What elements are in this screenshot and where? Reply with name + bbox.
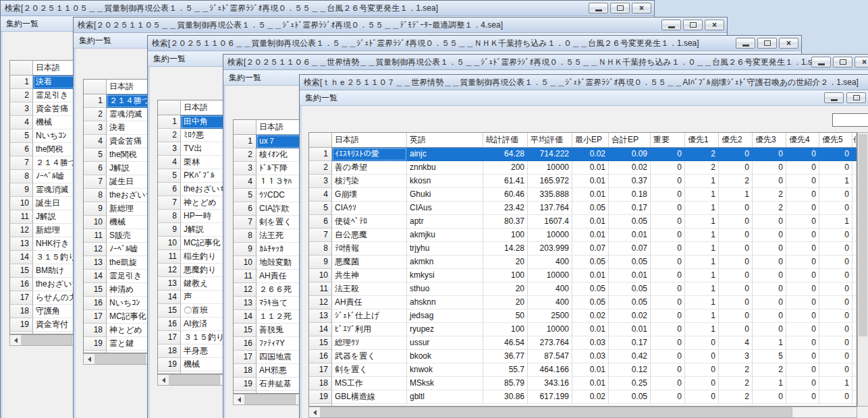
grid-cell[interactable]: 335.888 — [528, 188, 572, 202]
table-row[interactable]: 17剣を置くknwok55.7464.1660.010.12002200 — [309, 363, 857, 377]
list-row[interactable]: 19霊と鍵 — [84, 337, 154, 351]
grid-cell[interactable]: 武器を置く — [332, 350, 407, 363]
grid-cell[interactable]: ainjc — [407, 148, 483, 161]
close-button[interactable]: × — [855, 57, 868, 67]
scroll-thumb[interactable] — [245, 394, 296, 405]
row-number[interactable]: 13 — [10, 237, 33, 251]
row-number[interactable]: 14 — [309, 323, 332, 336]
grid-cell[interactable]: 0.05 — [572, 282, 609, 296]
row-number[interactable]: 14 — [158, 291, 181, 304]
row-number[interactable]: 3 — [84, 121, 107, 135]
list-row[interactable]: 8ﾉｰﾍﾞﾙ嘘 — [10, 170, 80, 183]
grid-cell[interactable]: 0 — [819, 390, 852, 404]
table-row[interactable]: 1ｲｴｽｷﾘｽﾄの愛ainjc64.28714.2220.020.0902000… — [309, 148, 857, 161]
minimize-button[interactable] — [811, 57, 831, 67]
grid-cell[interactable]: 0 — [786, 309, 819, 323]
grid-cell[interactable]: 0 — [753, 229, 786, 242]
grid-cell[interactable]: 0.05 — [609, 215, 651, 229]
grid-cell[interactable]: 0 — [651, 296, 685, 309]
grid-cell[interactable]: akmkn — [407, 256, 483, 269]
list-row[interactable]: 2霊足引き — [10, 89, 80, 102]
grid-cell[interactable]: 0 — [819, 242, 852, 256]
grid-cell[interactable]: 0 — [786, 188, 819, 202]
grid-cell[interactable]: Ghuki — [407, 188, 483, 202]
row-number[interactable]: 10 — [234, 256, 256, 270]
list-row[interactable]: 13ﾏﾗｷ当て — [234, 297, 304, 310]
list-row[interactable]: 14１１２死 — [234, 310, 304, 324]
list-row[interactable]: 10誕生日 — [10, 197, 80, 210]
grid-cell[interactable]: 0 — [753, 269, 786, 282]
table-row[interactable]: 5CIAｳｿCIAus23.42137.7640.050.17010200 — [309, 202, 857, 215]
list-row[interactable]: 9新総理 — [84, 202, 154, 216]
row-number[interactable]: 7 — [309, 229, 332, 242]
grid-cell[interactable]: 20 — [483, 282, 528, 296]
row-number[interactable]: 13 — [309, 309, 332, 323]
list-row[interactable]: 10機械 — [84, 216, 154, 229]
grid-cell[interactable]: 0 — [719, 256, 753, 269]
grid-cell[interactable]: 714.222 — [528, 148, 572, 161]
vertical-scrollbar[interactable] — [857, 132, 868, 407]
grid-cell[interactable]: 剣を置く — [332, 363, 407, 377]
grid-cell[interactable]: MS工作 — [332, 377, 407, 390]
grid-cell[interactable]: 0 — [786, 296, 819, 309]
grid-cell[interactable]: 0 — [685, 377, 719, 390]
grid-cell[interactable]: 0.07 — [572, 242, 609, 256]
grid-cell[interactable]: ｼﾞｪﾄﾞ仕上げ — [332, 309, 407, 323]
grid-cell[interactable]: 2500 — [528, 309, 572, 323]
grid-cell[interactable]: 0 — [719, 202, 753, 215]
grid-cell[interactable]: 0 — [719, 148, 753, 161]
list-row[interactable]: 1２１４勝つ — [84, 94, 154, 108]
list-row[interactable]: 6CIA詐欺 — [234, 202, 304, 216]
list-row[interactable]: 16theおざいち — [10, 278, 80, 291]
grid-cell[interactable]: 14.28 — [483, 242, 528, 256]
maximize-button[interactable] — [833, 57, 852, 67]
list-row[interactable]: 12ﾉｰﾍﾞﾙ嘘 — [84, 243, 154, 256]
grid-cell[interactable]: 1 — [819, 175, 852, 188]
grid-cell[interactable]: 1 — [685, 229, 719, 242]
grid-cell[interactable]: 0 — [786, 377, 819, 390]
list-row[interactable]: 6J解説 — [84, 162, 154, 175]
column-header[interactable]: 統計評価 — [483, 133, 528, 148]
grid-cell[interactable]: 0.17 — [609, 202, 651, 215]
row-number[interactable]: 3 — [234, 162, 256, 175]
column-header[interactable]: 合計EP — [609, 133, 651, 148]
grid-cell[interactable]: 0.05 — [572, 202, 609, 215]
grid-cell[interactable]: CIAｳｿ — [332, 202, 407, 215]
row-number[interactable]: 12 — [309, 296, 332, 309]
grid-cell[interactable]: 0 — [685, 336, 719, 350]
grid-cell[interactable]: 共生神 — [332, 269, 407, 282]
grid-cell[interactable]: 0.01 — [572, 377, 609, 390]
row-number[interactable]: 4 — [309, 188, 332, 202]
list-row[interactable]: 14霊足引き — [84, 270, 154, 283]
list-row[interactable]: 15善脱兎 — [234, 324, 304, 337]
grid-cell[interactable]: 3 — [719, 350, 753, 363]
grid-cell[interactable]: 2 — [753, 363, 786, 377]
row-number[interactable]: 16 — [309, 350, 332, 363]
list-row[interactable]: 19機械 — [158, 358, 228, 371]
row-number[interactable]: 6 — [234, 202, 256, 216]
grid-cell[interactable]: 0 — [753, 282, 786, 296]
grid-cell[interactable]: 273.764 — [528, 336, 572, 350]
row-number[interactable]: 12 — [84, 243, 107, 256]
column-header[interactable]: 優先3 — [753, 133, 786, 148]
row-number[interactable]: 1 — [234, 135, 256, 148]
row-number[interactable]: 18 — [10, 305, 33, 318]
row-number[interactable]: 19 — [10, 318, 33, 332]
grid-cell[interactable]: 0 — [753, 296, 786, 309]
grid-cell[interactable]: 0 — [719, 215, 753, 229]
grid-cell[interactable]: 0 — [786, 350, 819, 363]
grid-cell[interactable]: 1 — [685, 202, 719, 215]
grid-cell[interactable]: 善の希望 — [332, 161, 407, 175]
row-number[interactable]: 14 — [234, 310, 256, 324]
column-header[interactable]: 優先2 — [719, 133, 753, 148]
window-titlebar[interactable]: 検索[２０２５１１０６＿＿世界情勢＿＿質量制御再現公表１．５＿＿ｼﾞｪﾄﾞ霊界ﾗ… — [223, 55, 868, 70]
grid-cell[interactable]: 61.41 — [483, 175, 528, 188]
grid-cell[interactable]: 0 — [786, 242, 819, 256]
close-button[interactable]: × — [705, 20, 724, 30]
grid-cell[interactable]: 85.79 — [483, 377, 528, 390]
list-row[interactable]: 19資金寄付 — [10, 318, 80, 332]
list-row[interactable]: 5the関税 — [84, 148, 154, 162]
row-number[interactable]: 18 — [309, 377, 332, 390]
grid-cell[interactable]: 法王殺 — [332, 282, 407, 296]
grid-cell[interactable]: 0 — [685, 350, 719, 363]
